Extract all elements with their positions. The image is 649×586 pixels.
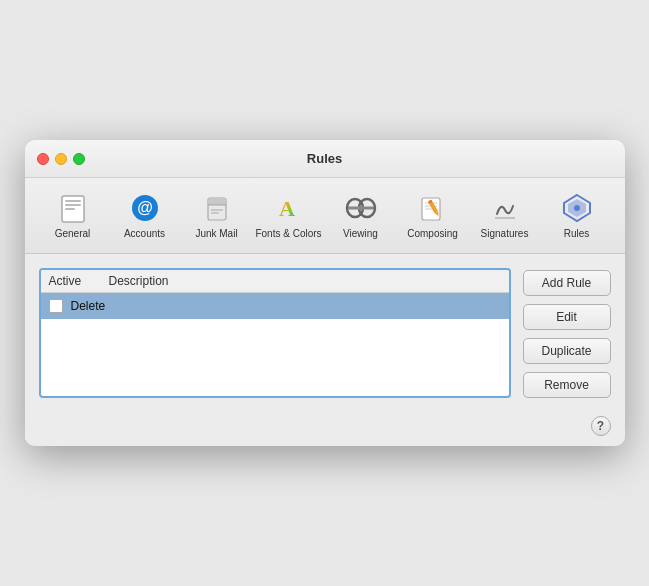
row-description: Delete xyxy=(71,299,106,313)
svg-rect-7 xyxy=(208,198,226,205)
minimize-button[interactable] xyxy=(55,153,67,165)
composing-label: Composing xyxy=(407,228,458,239)
window-title: Rules xyxy=(307,151,342,166)
content-area: Active Description Delete Add Rule Edit … xyxy=(25,254,625,412)
general-icon xyxy=(55,190,91,226)
list-body[interactable]: Delete xyxy=(41,293,509,396)
viewing-label: Viewing xyxy=(343,228,378,239)
main-window: Rules General @ Account xyxy=(25,140,625,446)
svg-point-26 xyxy=(574,205,580,211)
toolbar-item-viewing[interactable]: Viewing xyxy=(325,186,397,243)
signatures-label: Signatures xyxy=(481,228,529,239)
general-label: General xyxy=(55,228,91,239)
viewing-icon xyxy=(343,190,379,226)
svg-text:A: A xyxy=(279,196,295,221)
toolbar-item-composing[interactable]: Composing xyxy=(397,186,469,243)
column-description: Description xyxy=(109,274,169,288)
toolbar-item-rules[interactable]: Rules xyxy=(541,186,613,243)
svg-rect-2 xyxy=(65,204,81,206)
toolbar-item-fonts-colors[interactable]: A Fonts & Colors xyxy=(253,186,325,243)
remove-button[interactable]: Remove xyxy=(523,372,611,398)
column-active: Active xyxy=(49,274,109,288)
accounts-icon: @ xyxy=(127,190,163,226)
rules-label: Rules xyxy=(564,228,590,239)
duplicate-button[interactable]: Duplicate xyxy=(523,338,611,364)
toolbar-item-signatures[interactable]: Signatures xyxy=(469,186,541,243)
svg-rect-1 xyxy=(65,200,81,202)
footer: ? xyxy=(25,412,625,446)
table-row[interactable]: Delete xyxy=(41,293,509,319)
svg-text:@: @ xyxy=(137,199,153,216)
junk-mail-icon xyxy=(199,190,235,226)
rules-icon xyxy=(559,190,595,226)
signatures-icon xyxy=(487,190,523,226)
rules-list: Active Description Delete xyxy=(39,268,511,398)
maximize-button[interactable] xyxy=(73,153,85,165)
action-buttons: Add Rule Edit Duplicate Remove xyxy=(523,268,611,398)
close-button[interactable] xyxy=(37,153,49,165)
composing-icon xyxy=(415,190,451,226)
add-rule-button[interactable]: Add Rule xyxy=(523,270,611,296)
accounts-label: Accounts xyxy=(124,228,165,239)
toolbar-item-general[interactable]: General xyxy=(37,186,109,243)
svg-rect-15 xyxy=(359,206,363,210)
fonts-colors-icon: A xyxy=(271,190,307,226)
edit-button[interactable]: Edit xyxy=(523,304,611,330)
toolbar-item-accounts[interactable]: @ Accounts xyxy=(109,186,181,243)
fonts-colors-label: Fonts & Colors xyxy=(255,228,321,239)
titlebar: Rules xyxy=(25,140,625,178)
traffic-lights xyxy=(37,153,85,165)
help-button[interactable]: ? xyxy=(591,416,611,436)
junk-mail-label: Junk Mail xyxy=(195,228,237,239)
toolbar-item-junk-mail[interactable]: Junk Mail xyxy=(181,186,253,243)
svg-rect-3 xyxy=(65,208,75,210)
row-checkbox[interactable] xyxy=(49,299,63,313)
list-header: Active Description xyxy=(41,270,509,293)
toolbar: General @ Accounts xyxy=(25,178,625,254)
